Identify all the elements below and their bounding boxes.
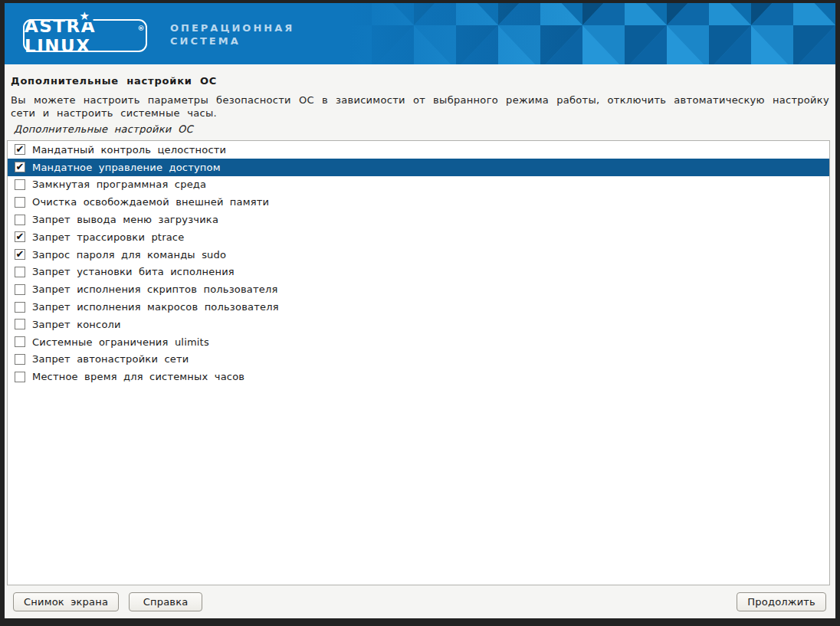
- list-item[interactable]: ✔Запрет трассировки ptrace: [8, 228, 829, 246]
- list-item[interactable]: Очистка освобождаемой внешней памяти: [8, 193, 829, 211]
- checkbox-unchecked-icon[interactable]: [15, 319, 25, 329]
- list-item[interactable]: Запрет установки бита исполнения: [8, 264, 829, 281]
- list-item-label: Очистка освобождаемой внешней памяти: [32, 196, 269, 208]
- checkbox-unchecked-icon[interactable]: [15, 336, 25, 347]
- list-item[interactable]: Замкнутая программная среда: [8, 176, 829, 194]
- pattern-fade-overlay: [330, 3, 835, 64]
- list-item-label: Запрет автонастройки сети: [32, 353, 189, 365]
- checkbox-unchecked-icon[interactable]: [15, 215, 25, 225]
- list-item[interactable]: ✔Мандатное управление доступом: [8, 159, 829, 176]
- list-item[interactable]: Запрет вывода меню загрузчика: [8, 211, 829, 228]
- help-button[interactable]: Справка: [129, 592, 202, 611]
- list-item-label: Мандатное управление доступом: [32, 162, 221, 173]
- list-item-label: Запрет исполнения скриптов пользователя: [32, 284, 277, 295]
- screenshot-button[interactable]: Снимок экрана: [13, 592, 119, 611]
- header-pattern-graphic: [330, 3, 835, 64]
- star-icon: ★: [77, 10, 94, 22]
- checkbox-unchecked-icon[interactable]: [15, 354, 25, 365]
- checkbox-checked-icon[interactable]: ✔: [15, 231, 25, 242]
- options-list: ✔Мандатный контроль целостности✔Мандатно…: [7, 140, 830, 585]
- group-label: Дополнительные настройки ОС: [14, 123, 829, 135]
- continue-button[interactable]: Продолжить: [737, 592, 826, 611]
- list-item-label: Замкнутая программная среда: [32, 179, 206, 190]
- checkbox-unchecked-icon[interactable]: [15, 302, 25, 313]
- footer-bar: Снимок экрана Справка Продолжить: [5, 585, 835, 618]
- list-item-label: Запрет трассировки ptrace: [32, 231, 184, 243]
- list-item-label: Запрет установки бита исполнения: [32, 266, 235, 277]
- page-title: Дополнительные настройки ОС: [11, 75, 835, 87]
- list-item[interactable]: Запрет консоли: [8, 316, 829, 333]
- list-item-label: Мандатный контроль целостности: [32, 144, 226, 156]
- window-frame: ★ ASTRA LINUX ® ОПЕРАЦИОННАЯ СИСТЕМА Доп…: [0, 0, 840, 626]
- list-item[interactable]: Запрет исполнения макросов пользователя: [8, 298, 829, 316]
- header-banner: ★ ASTRA LINUX ® ОПЕРАЦИОННАЯ СИСТЕМА: [5, 3, 835, 64]
- checkbox-checked-icon[interactable]: ✔: [15, 162, 25, 172]
- list-item[interactable]: Местное время для системных часов: [8, 368, 829, 385]
- list-item-label: Запрет вывода меню загрузчика: [32, 214, 218, 225]
- list-item[interactable]: Запрет исполнения скриптов пользователя: [8, 280, 829, 298]
- list-item[interactable]: Системные ограничения ulimits: [8, 333, 829, 351]
- page-description: Вы можете настроить параметры безопаснос…: [11, 94, 829, 120]
- list-item[interactable]: Запрет автонастройки сети: [8, 351, 829, 369]
- checkbox-checked-icon[interactable]: ✔: [15, 144, 25, 155]
- list-item-label: Системные ограничения ulimits: [32, 336, 209, 348]
- checkbox-unchecked-icon[interactable]: [15, 267, 25, 277]
- list-item[interactable]: ✔Мандатный контроль целостности: [8, 141, 829, 159]
- registered-mark: ®: [138, 25, 146, 32]
- checkbox-checked-icon[interactable]: ✔: [15, 249, 25, 260]
- installer-window: ★ ASTRA LINUX ® ОПЕРАЦИОННАЯ СИСТЕМА Доп…: [5, 3, 835, 618]
- main-content: Дополнительные настройки ОС Вы можете на…: [5, 64, 835, 585]
- header-subtitle: ОПЕРАЦИОННАЯ СИСТЕМА: [170, 21, 294, 48]
- astra-linux-logo: ★ ASTRA LINUX ®: [23, 19, 147, 52]
- list-item-label: Запрос пароля для команды sudo: [32, 249, 226, 261]
- checkbox-unchecked-icon[interactable]: [15, 179, 25, 190]
- checkbox-unchecked-icon[interactable]: [15, 197, 25, 208]
- list-item[interactable]: ✔Запрос пароля для команды sudo: [8, 246, 829, 264]
- checkbox-unchecked-icon[interactable]: [15, 284, 25, 295]
- list-item-label: Местное время для системных часов: [32, 371, 244, 382]
- list-item-label: Запрет исполнения макросов пользователя: [32, 301, 279, 313]
- checkbox-unchecked-icon[interactable]: [15, 372, 25, 382]
- list-item-label: Запрет консоли: [32, 319, 121, 330]
